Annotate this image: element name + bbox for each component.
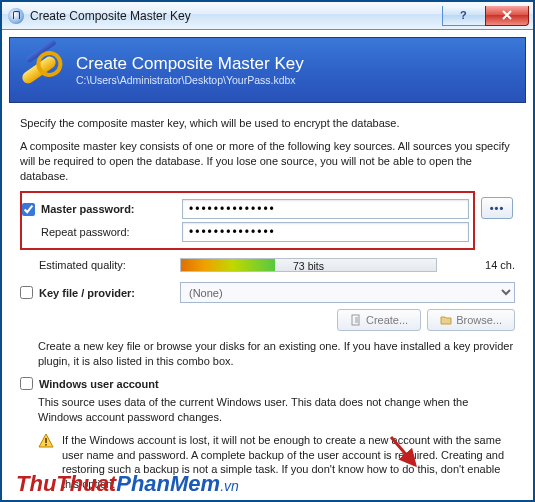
quality-bits: 73 bits: [181, 259, 436, 273]
master-password-checkbox[interactable]: [22, 203, 35, 216]
titlebar: Create Composite Master Key ?: [2, 2, 533, 30]
repeat-password-label: Repeat password:: [41, 226, 130, 238]
svg-text:?: ?: [460, 9, 467, 21]
watermark: ThuThuatPhanMem.vn: [16, 471, 239, 497]
create-keyfile-button[interactable]: Create...: [337, 309, 421, 331]
app-lock-icon: [8, 8, 24, 24]
windows-account-checkbox[interactable]: [20, 377, 33, 390]
password-highlight-box: Master password: Repeat password:: [20, 191, 475, 250]
keyfile-select[interactable]: (None): [180, 282, 515, 303]
keyfile-help: Create a new key file or browse your dis…: [20, 339, 515, 369]
new-file-icon: [350, 314, 362, 326]
banner-path: C:\Users\Administrator\Desktop\YourPass.…: [76, 74, 304, 86]
master-password-input[interactable]: [182, 199, 469, 219]
quality-bar: 73 bits: [180, 258, 437, 272]
intro-line1: Specify the composite master key, which …: [20, 116, 515, 131]
windows-account-label: Windows user account: [39, 378, 159, 390]
banner: Create Composite Master Key C:\Users\Adm…: [9, 37, 526, 103]
windows-account-help: This source uses data of the current Win…: [20, 395, 515, 425]
repeat-password-input[interactable]: [182, 222, 469, 242]
close-window-button[interactable]: [485, 6, 529, 26]
reveal-password-button[interactable]: •••: [481, 197, 513, 219]
quality-label: Estimated quality:: [39, 259, 126, 271]
intro-line2: A composite master key consists of one o…: [20, 139, 515, 184]
help-window-button[interactable]: ?: [442, 6, 486, 26]
svg-rect-2: [45, 438, 47, 443]
keyfile-label: Key file / provider:: [39, 287, 135, 299]
master-password-label: Master password:: [41, 203, 135, 215]
folder-icon: [440, 314, 452, 326]
window-title: Create Composite Master Key: [30, 9, 191, 23]
quality-chars: 14 ch.: [437, 259, 515, 271]
keyfile-checkbox[interactable]: [20, 286, 33, 299]
key-pencil-icon: [18, 46, 66, 94]
svg-rect-3: [45, 444, 47, 446]
banner-heading: Create Composite Master Key: [76, 54, 304, 74]
warning-icon: [38, 433, 54, 449]
browse-keyfile-button[interactable]: Browse...: [427, 309, 515, 331]
